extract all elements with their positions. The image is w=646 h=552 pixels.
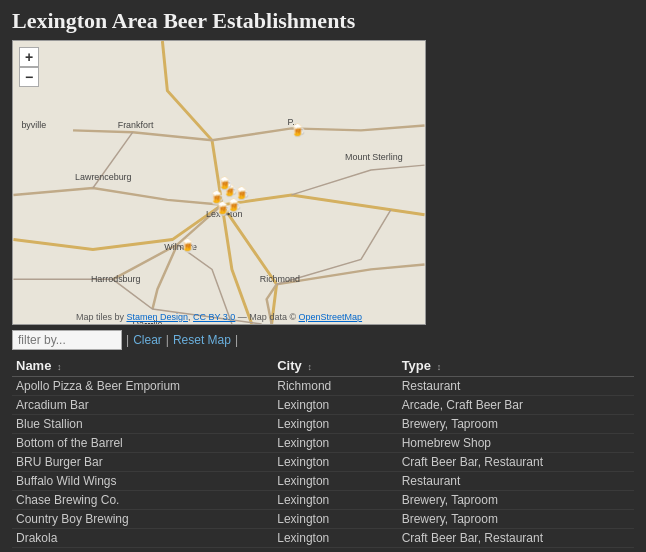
cell-name: Bottom of the Barrel (12, 434, 273, 453)
table-row[interactable]: DrakolaLexingtonCraft Beer Bar, Restaura… (12, 529, 634, 548)
town-richmond: Richmond (260, 274, 300, 284)
cc-link[interactable]: CC BY 3.0 (193, 312, 235, 322)
table-container: Name ↕ City ↕ Type ↕ Apollo Pizza & Beer… (0, 355, 646, 552)
table-header-row: Name ↕ City ↕ Type ↕ (12, 355, 634, 377)
town-harrodsburg: Harrodsburg (91, 274, 141, 284)
col-header-type[interactable]: Type ↕ (398, 355, 634, 377)
cell-city: Lexington (273, 434, 397, 453)
map-container: Frankfort Lawrenceburg Harrodsburg Wilmo… (12, 40, 426, 325)
cell-type: Homebrew Shop (398, 434, 634, 453)
cell-type: Restaurant (398, 472, 634, 491)
cell-name: Drakola (12, 529, 273, 548)
cell-city: Richmond (273, 377, 397, 396)
col-header-city[interactable]: City ↕ (273, 355, 397, 377)
cell-city: Lexington (273, 453, 397, 472)
table-row[interactable]: Buffalo Wild WingsLexingtonRestaurant (12, 472, 634, 491)
table-row[interactable]: Chase Brewing Co.LexingtonBrewery, Tapro… (12, 491, 634, 510)
cell-name: Buffalo Wild Wings (12, 472, 273, 491)
cell-type: Arcade, Craft Beer Bar (398, 396, 634, 415)
page-title: Lexington Area Beer Establishments (0, 0, 646, 40)
cell-city: Lexington (273, 491, 397, 510)
table-body: Apollo Pizza & Beer EmporiumRichmondRest… (12, 377, 634, 548)
col-header-name[interactable]: Name ↕ (12, 355, 273, 377)
map-svg: Frankfort Lawrenceburg Harrodsburg Wilmo… (13, 41, 425, 324)
city-sort-icon: ↕ (307, 362, 312, 372)
zoom-out-button[interactable]: − (19, 67, 39, 87)
town-mount-sterling: Mount Sterling (345, 152, 403, 162)
clear-filter-link[interactable]: Clear (133, 333, 162, 347)
town-lawrenceburg: Lawrenceburg (75, 172, 132, 182)
cell-type: Craft Beer Bar, Restaurant (398, 529, 634, 548)
app: Lexington Area Beer Establishments Frank… (0, 0, 646, 552)
cell-city: Lexington (273, 415, 397, 434)
type-sort-icon: ↕ (437, 362, 442, 372)
beer-icon-6[interactable]: 🍺 (215, 201, 232, 217)
town-frankfort: Frankfort (118, 120, 154, 130)
cell-name: Arcadium Bar (12, 396, 273, 415)
town-byville: byville (21, 120, 46, 130)
table-row[interactable]: BRU Burger BarLexingtonCraft Beer Bar, R… (12, 453, 634, 472)
reset-map-link[interactable]: Reset Map (173, 333, 231, 347)
table-row[interactable]: Country Boy BrewingLexingtonBrewery, Tap… (12, 510, 634, 529)
table-row[interactable]: Arcadium BarLexingtonArcade, Craft Beer … (12, 396, 634, 415)
cell-name: Apollo Pizza & Beer Emporium (12, 377, 273, 396)
zoom-controls: + − (19, 47, 39, 87)
map-attribution: Map tiles by Stamen Design, CC BY 3.0 — … (76, 312, 362, 322)
cell-name: Chase Brewing Co. (12, 491, 273, 510)
cell-name: Country Boy Brewing (12, 510, 273, 529)
table-row[interactable]: Blue StallionLexingtonBrewery, Taproom (12, 415, 634, 434)
cell-city: Lexington (273, 472, 397, 491)
cell-city: Lexington (273, 510, 397, 529)
cell-name: Blue Stallion (12, 415, 273, 434)
table-row[interactable]: Bottom of the BarrelLexingtonHomebrew Sh… (12, 434, 634, 453)
cell-city: Lexington (273, 396, 397, 415)
beer-icon-far[interactable]: 🍺 (290, 123, 307, 139)
cell-type: Brewery, Taproom (398, 491, 634, 510)
cell-type: Craft Beer Bar, Restaurant (398, 453, 634, 472)
table-row[interactable]: Apollo Pizza & Beer EmporiumRichmondRest… (12, 377, 634, 396)
beer-icon-4[interactable]: 🍺 (217, 176, 234, 192)
establishments-table: Name ↕ City ↕ Type ↕ Apollo Pizza & Beer… (12, 355, 634, 548)
beer-icon-wilmore[interactable]: 🍺 (180, 238, 197, 254)
zoom-in-button[interactable]: + (19, 47, 39, 67)
cell-type: Restaurant (398, 377, 634, 396)
filter-input[interactable] (12, 330, 122, 350)
name-sort-icon: ↕ (57, 362, 62, 372)
cell-type: Brewery, Taproom (398, 510, 634, 529)
cell-city: Lexington (273, 529, 397, 548)
filter-row: | Clear | Reset Map | (0, 325, 646, 355)
stamen-link[interactable]: Stamen Design (126, 312, 188, 322)
cell-name: BRU Burger Bar (12, 453, 273, 472)
cell-type: Brewery, Taproom (398, 415, 634, 434)
osm-link[interactable]: OpenStreetMap (299, 312, 363, 322)
